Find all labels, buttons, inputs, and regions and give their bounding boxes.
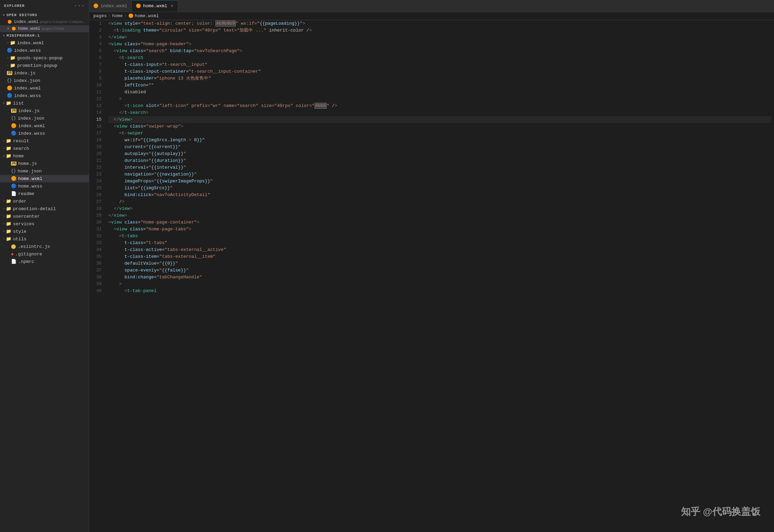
tree-item-order[interactable]: ›📁order [0,197,89,205]
folder-chevron: › [3,200,5,203]
tree-item-index-json[interactable]: {}index.json [0,77,89,84]
tab-wxml-icon: 🟠 [93,3,98,9]
file-icon: 🟠 [11,123,16,129]
breadcrumb-file[interactable]: home.wxml [135,13,159,19]
tree-item-services[interactable]: ›📁services [0,220,89,228]
code-line: t-class-active="tabs-external__active" [108,246,771,253]
folder-chevron: › [3,207,5,211]
code-line: </view> [108,212,771,219]
code-line: defaultValue="{{0}}" [108,260,771,267]
code-line: <t-tabs [108,233,771,240]
tab-close-button[interactable]: × [171,3,173,9]
line-number: 14 [92,109,102,116]
folder-chevron: › [3,215,5,218]
tab-index-wxml[interactable]: 🟠 index.wxml [89,0,132,12]
project-section[interactable]: ▾ MINIPROGRAM-1 [0,32,89,39]
tree-item-home-json[interactable]: {}home.json [0,167,89,175]
open-editor-home-wxml[interactable]: × 🟠 home.wxml pages/home [0,25,89,32]
line-number: 11 [92,89,102,96]
code-content[interactable]: <view style="text-align: center; color: … [106,20,774,532]
line-number: 9 [92,75,102,82]
tree-item-promotion-popup[interactable]: ›📁promotion-popup [0,62,89,69]
tree-item-label: index.wxml [18,123,45,129]
code-line: > [108,281,771,288]
tree-item-index-js[interactable]: JSindex.js [0,107,89,114]
code-line: bind:click="navToActivityDetail" [108,192,771,198]
tab-home-wxml[interactable]: 🟠 home.wxml × [132,0,178,12]
code-line: <view class="home-page-tabs"> [108,226,771,233]
tree-item-goods-specs-popup[interactable]: ›📁goods-specs-popup [0,54,89,62]
tree-item-index-wxss[interactable]: 🔵index.wxss [0,130,89,137]
tree-item-home-js[interactable]: JShome.js [0,160,89,167]
code-editor[interactable]: 1234567891011121314151617181920212223242… [89,20,774,532]
folder-icon: 📁 [6,100,11,106]
code-line: t-class-item="tabs-external__item" [108,253,771,260]
tree-item-index-wxml[interactable]: 🟠index.wxml [0,84,89,92]
line-number: 35 [92,253,102,260]
tree-item-index-js[interactable]: JSindex.js [0,69,89,77]
line-number: 40 [92,288,102,294]
tree-item--gitignore[interactable]: ◆.gitignore [0,250,89,258]
folder-icon: 📁 [10,40,15,46]
code-line: space-evenly="{{false}}" [108,267,771,274]
tree-item-style[interactable]: ›📁style [0,228,89,235]
line-number: 1 [92,20,102,27]
line-number: 39 [92,281,102,288]
eslint-icon: ⬤ [11,244,16,249]
tree-item-label: usercenter [13,214,40,219]
tree-item--npmrc[interactable]: 📄.npmrc [0,258,89,265]
breadcrumb-sep1: › [108,13,111,19]
open-editor-index-wxml[interactable]: 🟠 index.wxml pages/coupon/components/flo… [0,19,89,25]
line-number: 6 [92,55,102,61]
code-line: bind:change="tabChangeHandle" [108,274,771,281]
tree-item-label: search [13,146,29,151]
folder-chevron: › [7,64,9,68]
code-line: </view> [108,205,771,212]
js-icon: JS [11,161,16,166]
tree-item-search[interactable]: ›📁search [0,145,89,152]
tree-item-home-wxss[interactable]: 🔵home.wxss [0,182,89,190]
tree-item-utils[interactable]: ›📁utils [0,235,89,243]
code-line: </view> [108,34,771,41]
tree-item-readme[interactable]: 📄readme [0,190,89,197]
tree-item-index-wxss[interactable]: 🔵index.wxss [0,47,89,54]
line-number: 4 [92,41,102,48]
code-line: current="{{current}}" [108,144,771,150]
folder-icon: 📁 [10,55,15,61]
tree-item-label: index.wxml [17,40,44,46]
tree-item-label: services [13,221,34,227]
tree-item-promotion-detail[interactable]: ›📁promotion-detail [0,205,89,213]
tab-wxml-icon: 🟠 [136,3,141,9]
tree-item-index-json[interactable]: {}index.json [0,114,89,122]
tree-item-index-wxml[interactable]: 🟠index.wxml [0,122,89,130]
tree-item-label: order [13,199,26,204]
tree-item-label: home.js [18,161,37,166]
code-line: <view class="search" bind:tap="navToSear… [108,48,771,55]
explorer-menu-button[interactable]: ··· [74,3,85,9]
line-number: 3 [92,34,102,41]
tree-item-home[interactable]: ▾📁home [0,152,89,160]
breadcrumb-pages[interactable]: pages [93,13,107,19]
tree-item-result[interactable]: ›📁result [0,137,89,145]
breadcrumb-home[interactable]: home [112,13,123,19]
tab-bar: 🟠 index.wxml 🟠 home.wxml × [89,0,774,12]
line-number: 15 [92,116,102,123]
tree-item-index-wxml[interactable]: ›📁index.wxml [0,39,89,47]
tree-item--eslintrc-js[interactable]: ⬤.eslintrc.js [0,243,89,250]
code-line: leftIcon="" [108,82,771,89]
tree-item-label: home.wxss [18,184,42,189]
project-chevron: ▾ [3,34,5,38]
open-editor-filename: home.wxml [18,26,40,31]
explorer-title: EXPLORER [4,4,25,8]
open-editors-section[interactable]: ▾ OPEN EDITORS [0,12,89,19]
tree-item-usercenter[interactable]: ›📁usercenter [0,213,89,220]
code-line: duration="{{duration}}" [108,157,771,164]
close-editor-button[interactable]: × [7,26,10,31]
tree-item-label: promotion-popup [17,63,57,68]
tree-item-index-wxss[interactable]: 🔵index.wxss [0,92,89,99]
folder-chevron: › [3,139,5,143]
tree-item-home-wxml[interactable]: 🟠home.wxml [0,175,89,182]
file-icon: 🟠 [11,176,16,181]
line-number: 33 [92,240,102,246]
tree-item-list[interactable]: ▾📁list [0,99,89,107]
